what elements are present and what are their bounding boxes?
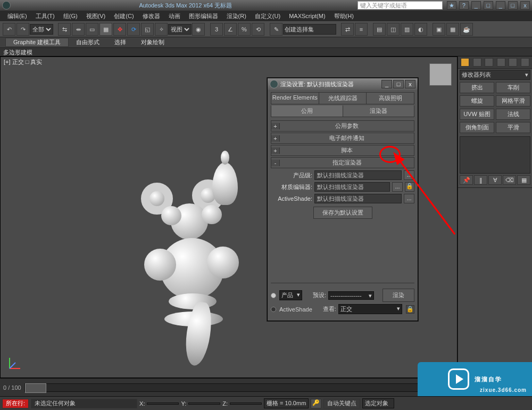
choose-production-renderer-button[interactable]: ... — [404, 170, 414, 180]
material-ed-icon[interactable]: ◐ — [414, 23, 427, 36]
rotate-icon[interactable]: ⟳ — [127, 23, 140, 36]
target-dropdown[interactable]: 产品 — [279, 290, 302, 300]
dialog-close-button[interactable]: x — [405, 80, 415, 88]
help-search-input[interactable]: 键入关键字或短语 — [358, 1, 443, 10]
tab-render-elements[interactable]: Render Elements — [271, 93, 319, 104]
curve-ed-icon[interactable]: ◫ — [387, 23, 400, 36]
configure-icon[interactable]: ▦ — [517, 175, 530, 185]
render-icon[interactable]: ☕ — [460, 23, 473, 36]
menu-view[interactable]: 视图(V) — [82, 12, 110, 20]
schematic-icon[interactable]: ▥ — [401, 23, 413, 36]
aux-button-1[interactable]: ★ — [447, 1, 456, 10]
snap-icon[interactable]: ✧ — [155, 23, 168, 36]
render-button[interactable]: 渲染 — [383, 289, 414, 302]
tab-renderer[interactable]: 渲染器 — [343, 105, 414, 117]
rollout-assign-renderer[interactable]: -指定渲染器 — [271, 157, 414, 168]
aux-button-3[interactable]: _ — [471, 1, 481, 10]
render-frame-icon[interactable]: ▦ — [446, 23, 459, 36]
preset-dropdown[interactable]: ---------------- — [328, 291, 374, 300]
save-as-default-button[interactable]: 保存为默认设置 — [313, 207, 372, 219]
align-icon[interactable]: ≡ — [355, 23, 368, 36]
undo-icon[interactable]: ↶ — [3, 23, 15, 36]
mod-btn-smooth[interactable]: 平滑 — [496, 122, 530, 133]
menu-group[interactable]: 组(G) — [59, 12, 82, 20]
coord-x-field[interactable] — [147, 403, 179, 405]
mod-btn-extrude[interactable]: 挤出 — [460, 82, 494, 93]
mod-btn-spiral[interactable]: 螺旋 — [460, 95, 494, 106]
ribbon-tab-select[interactable]: 选择 — [107, 38, 134, 46]
link-icon[interactable]: ⇆ — [58, 23, 71, 36]
tab-motion-icon[interactable] — [497, 58, 505, 67]
rollout-common-params[interactable]: +公用参数 — [271, 120, 414, 132]
unlink-icon[interactable]: ⇹ — [72, 23, 85, 36]
menu-help[interactable]: 帮助(H) — [330, 12, 358, 20]
menu-edit[interactable]: 编辑(E) — [3, 12, 31, 20]
namedset-edit-icon[interactable]: ✎ — [270, 23, 282, 36]
mirror-icon[interactable]: ⇄ — [341, 23, 354, 36]
maximize-button[interactable]: □ — [508, 1, 518, 10]
menu-create[interactable]: 创建(C) — [110, 12, 138, 20]
tab-hierarchy-icon[interactable] — [485, 58, 493, 67]
rollout-email[interactable]: +电子邮件通知 — [271, 133, 414, 144]
viewport-label[interactable]: [+] 正交 □ 真实 — [4, 58, 42, 66]
modifier-stack[interactable] — [460, 136, 530, 174]
radio-activeshade[interactable] — [271, 307, 276, 312]
close-button[interactable]: x — [520, 1, 530, 10]
move-icon[interactable]: ✥ — [113, 23, 126, 36]
pin-stack-icon[interactable]: 📌 — [460, 175, 473, 185]
redo-icon[interactable]: ↷ — [16, 23, 29, 36]
aux-button-2[interactable]: ? — [459, 1, 469, 10]
choose-mateditor-renderer-button[interactable]: ... — [392, 182, 403, 192]
pctsnap-icon[interactable]: % — [238, 23, 251, 36]
modifier-list-dropdown[interactable]: 修改器列表▾ — [460, 70, 530, 80]
select-rect-icon[interactable]: ▦ — [99, 23, 112, 36]
auto-key-button[interactable]: 自动关键点 — [323, 399, 360, 408]
coord-z-field[interactable] — [230, 403, 262, 405]
snap3-icon[interactable]: 3 — [210, 23, 223, 36]
render-setup-icon[interactable]: ▣ — [433, 23, 445, 36]
viewcube-icon[interactable] — [429, 63, 452, 86]
dialog-maximize-button[interactable]: □ — [393, 80, 404, 88]
dialog-minimize-button[interactable]: _ — [381, 80, 392, 88]
tab-raytracer[interactable]: 光线跟踪器 — [319, 93, 367, 104]
menu-modifier[interactable]: 修改器 — [138, 12, 164, 20]
ribbon-tab-paint[interactable]: 对象绘制 — [134, 38, 172, 46]
tab-create-icon[interactable] — [461, 58, 469, 67]
mod-btn-normal[interactable]: 法线 — [496, 109, 530, 120]
mod-btn-lathe[interactable]: 车削 — [496, 82, 530, 93]
ribbon-tab-graphite[interactable]: Graphite 建模工具 — [5, 38, 69, 47]
menu-render[interactable]: 渲染(R) — [222, 12, 251, 20]
key-lock-icon[interactable]: 🔑 — [311, 399, 321, 408]
pivot-icon[interactable]: ◉ — [192, 23, 205, 36]
tab-advlight[interactable]: 高级照明 — [367, 93, 414, 104]
view-dropdown[interactable]: 正交 — [338, 304, 402, 314]
spinsnap-icon[interactable]: ⟲ — [252, 23, 264, 36]
tab-common[interactable]: 公用 — [271, 105, 343, 117]
radio-production[interactable] — [271, 293, 276, 298]
menu-anim[interactable]: 动画 — [164, 12, 185, 20]
tab-modify-icon[interactable] — [473, 58, 481, 67]
ref-coord-dropdown[interactable]: 视图 — [168, 24, 192, 35]
tab-display-icon[interactable] — [509, 58, 517, 67]
dialog-titlebar[interactable]: 渲染设置: 默认扫描线渲染器 _ □ x — [268, 78, 418, 90]
select-icon[interactable]: ▭ — [86, 23, 98, 36]
mod-btn-uvw[interactable]: UVW 贴图 — [460, 109, 494, 120]
menu-maxscript[interactable]: MAXScript(M) — [285, 13, 329, 19]
mod-btn-bevel[interactable]: 倒角剖面 — [460, 122, 494, 133]
rollout-script[interactable]: +脚本 — [271, 145, 414, 156]
lock-mateditor-icon[interactable]: 🔒 — [405, 182, 414, 192]
tab-utils-icon[interactable] — [521, 58, 529, 67]
make-unique-icon[interactable]: ∀ — [488, 175, 502, 185]
menu-tools[interactable]: 工具(T) — [31, 12, 59, 20]
anglesnap-icon[interactable]: ∠ — [224, 23, 237, 36]
ribbon-tab-freeform[interactable]: 自由形式 — [69, 38, 107, 46]
key-selset[interactable]: 选定对象 — [362, 398, 394, 408]
show-end-icon[interactable]: ‖ — [474, 175, 487, 185]
filter-dropdown[interactable]: 全部 — [30, 24, 53, 35]
mod-btn-meshsmooth[interactable]: 网格平滑 — [496, 95, 530, 106]
lock-view-icon[interactable]: 🔒 — [406, 305, 414, 314]
minimize-button[interactable]: _ — [496, 1, 505, 10]
menu-custom[interactable]: 自定义(U) — [251, 12, 285, 20]
choose-activeshade-renderer-button[interactable]: ... — [404, 194, 414, 203]
aux-button-4[interactable]: □ — [484, 1, 493, 10]
